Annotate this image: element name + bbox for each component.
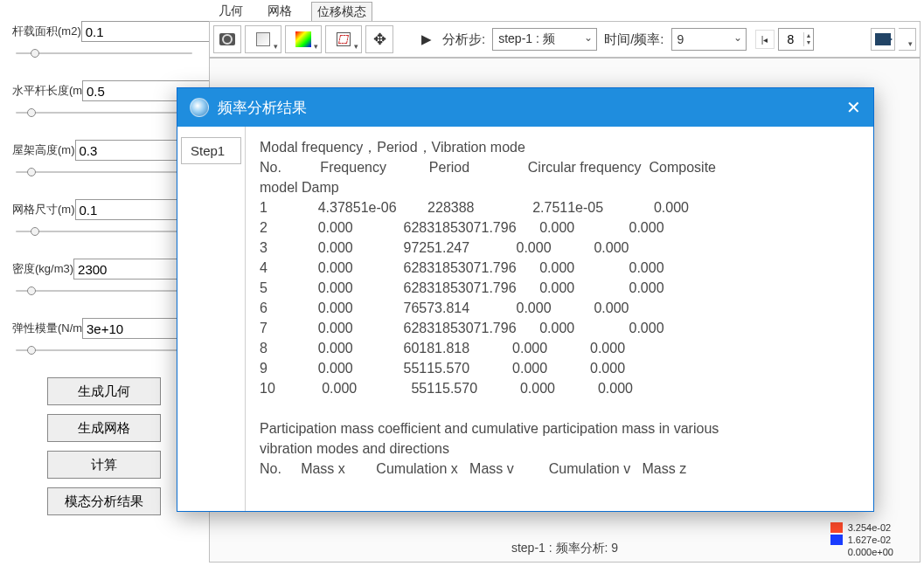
frequency-results-dialog: 频率分析结果 ✕ Step1 Modal frequency，Period，Vi… — [177, 87, 874, 512]
camera-icon — [219, 33, 235, 45]
first-icon: |◂ — [761, 35, 768, 45]
legend-val-3: 0.000e+00 — [848, 546, 893, 558]
tab-displacement-mode[interactable]: 位移模态 — [311, 2, 372, 22]
snapshot-button[interactable] — [213, 25, 241, 53]
legend-val-1: 3.254e-02 — [848, 521, 892, 534]
label-height: 屋架高度(m) — [12, 142, 75, 158]
slider-hlen[interactable] — [12, 107, 196, 119]
shading-dropdown[interactable] — [245, 25, 281, 53]
cube-icon — [256, 32, 270, 46]
dialog-close-button[interactable]: ✕ — [846, 99, 861, 116]
pan-button[interactable]: ✥ — [365, 25, 393, 53]
results-text: Modal frequency，Period，Vibration mode No… — [260, 137, 861, 479]
frame-input[interactable] — [779, 29, 803, 50]
generate-mesh-button[interactable]: 生成网格 — [47, 414, 161, 442]
tab-geometry[interactable]: 几何 — [213, 2, 248, 22]
results-text-area[interactable]: Modal frequency，Period，Vibration mode No… — [246, 127, 873, 511]
results-toolbar: ✥ ▶ 分析步: step-1 : 频 时间/频率: 9 |◂ ▲▼ — [209, 21, 921, 58]
step-arrow-icon: ▶ — [421, 31, 432, 47]
gradient-icon — [295, 31, 311, 47]
tab-mesh[interactable]: 网格 — [262, 2, 297, 22]
slider-density[interactable] — [12, 285, 196, 297]
dialog-step-tabs: Step1 — [177, 127, 246, 511]
slider-mesh[interactable] — [12, 225, 196, 238]
record-dropdown[interactable] — [899, 28, 916, 51]
compute-button[interactable]: 计算 — [47, 451, 161, 479]
time-select-value: 9 — [677, 32, 684, 46]
dialog-title-text: 频率分析结果 — [218, 98, 307, 118]
status-text: step-1 : 频率分析: 9 — [210, 541, 920, 556]
step-label: 分析步: — [442, 31, 485, 48]
parameter-panel: 杆载面积(m2) 水平杆长度(m) 屋架高度(m) 网格尺寸(m) 密度(kg/… — [0, 0, 205, 566]
colormap-dropdown[interactable] — [285, 25, 322, 53]
legend-val-2: 1.627e-02 — [848, 534, 892, 546]
video-icon — [875, 33, 891, 45]
label-density: 密度(kg/m3) — [12, 261, 73, 277]
time-label: 时间/频率: — [604, 31, 663, 48]
time-select[interactable]: 9 — [671, 28, 747, 51]
slider-young[interactable] — [12, 344, 196, 356]
label-hlen: 水平杆长度(m) — [12, 83, 82, 99]
dialog-step-tab-1[interactable]: Step1 — [181, 137, 241, 164]
color-legend: 3.254e-02 1.627e-02 0.000e+00 — [830, 521, 893, 558]
generate-geometry-button[interactable]: 生成几何 — [47, 377, 161, 405]
label-area: 杆载面积(m2) — [12, 24, 81, 39]
dialog-titlebar[interactable]: 频率分析结果 ✕ — [177, 88, 873, 127]
frame-down[interactable]: ▼ — [803, 39, 814, 46]
frame-up[interactable]: ▲ — [803, 32, 814, 39]
step-select[interactable]: step-1 : 频 — [492, 28, 597, 51]
modal-results-button[interactable]: 模态分析结果 — [47, 487, 161, 515]
record-button[interactable] — [871, 28, 895, 51]
view-tabs: 几何 网格 位移模态 — [213, 2, 372, 22]
app-logo-icon — [190, 98, 209, 117]
frame-spinner[interactable]: ▲▼ — [778, 28, 815, 51]
deform-dropdown[interactable] — [325, 25, 362, 53]
slider-area[interactable] — [12, 47, 196, 59]
label-mesh: 网格尺寸(m) — [12, 202, 75, 217]
label-young: 弹性模量(N/m2) — [12, 321, 82, 336]
step-select-value: step-1 : 频 — [498, 31, 555, 47]
deform-icon — [337, 32, 351, 46]
move-icon: ✥ — [373, 30, 386, 49]
first-frame-button[interactable]: |◂ — [755, 30, 775, 49]
slider-height[interactable] — [12, 166, 196, 178]
